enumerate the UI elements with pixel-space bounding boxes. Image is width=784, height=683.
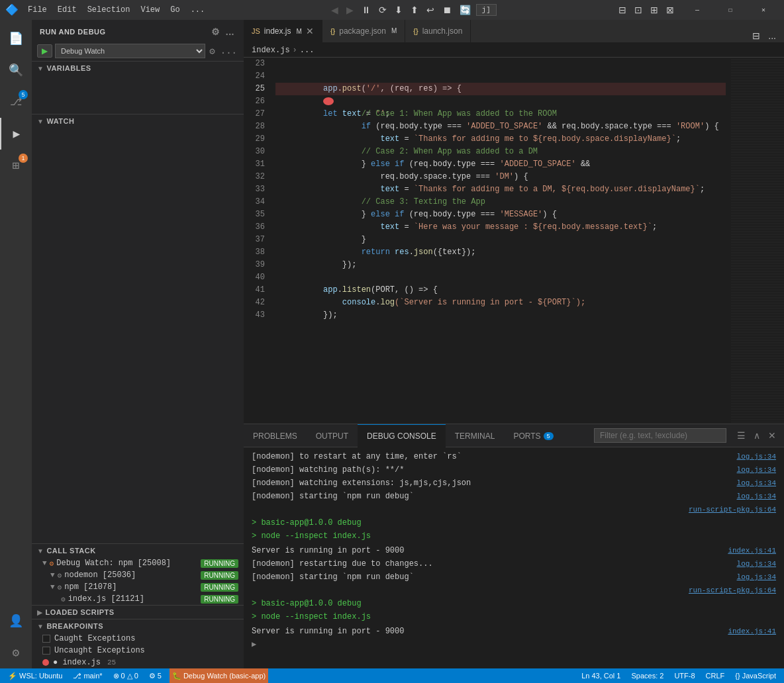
layout-btn1[interactable]: ⊟ [616,3,629,17]
debug-restart-btn[interactable]: ⟳ [376,3,389,17]
layout-btn2[interactable]: ⊡ [632,3,645,17]
menu-go[interactable]: Go [166,4,183,16]
tab-icon-indexjs: JS [252,27,260,35]
tab-launchjson[interactable]: {} launch.json [405,20,471,42]
console-link-3[interactable]: log.js:34 [737,490,776,502]
breadcrumb-file[interactable]: index.js [252,46,290,55]
console-link-1[interactable]: log.js:34 [737,464,776,476]
status-encoding[interactable]: UTF-8 [671,668,697,683]
console-link-9[interactable]: log.js:34 [737,558,776,570]
menu-file[interactable]: File [24,4,51,16]
scroll-lock-btn[interactable]: ∧ [751,429,763,442]
watch-label: WATCH [46,117,74,125]
close-btn[interactable]: ✕ [748,0,779,20]
callstack-item-2[interactable]: ▼ ⚙ npm [21078] RUNNING [32,581,244,593]
debug-step-out-btn[interactable]: ↩ [424,3,437,17]
debug-hotreload-btn[interactable]: 🔄 [457,3,473,17]
console-link-0[interactable]: log.js:34 [737,451,776,463]
code-content: app.post('/', (req, res) => { let text =… [270,58,731,424]
activity-explorer[interactable]: 📄 [0,23,32,54]
sidebar-more-btn[interactable]: ... [224,25,236,38]
layout-btn3[interactable]: ⊞ [648,3,661,17]
debug-pause-btn[interactable]: ⏸ [359,3,373,17]
tab-terminal[interactable]: TERMINAL [446,424,505,447]
wsl-icon: ⚡ [8,672,17,680]
tab-indexjs[interactable]: JS index.js M ✕ [244,20,322,42]
callstack-item-0[interactable]: ▼ ⚙ Debug Watch: npm [25008] RUNNING [32,557,244,569]
loaded-scripts-header[interactable]: ▶ LOADED SCRIPTS [32,606,244,619]
console-link-10[interactable]: log.js:34 [737,571,776,583]
debug-back-btn[interactable]: ◀ [328,3,341,17]
breakpoint-indexjs[interactable]: ● index.js 25 [32,657,244,668]
tab-problems[interactable]: PROBLEMS [244,424,307,447]
more-actions-btn[interactable]: ... [765,29,779,42]
debug-step-over-btn[interactable]: ⬇ [392,3,405,17]
ln-39: 39 [249,259,265,271]
status-debug[interactable]: 🐛 Debug Watch (basic-app) [170,668,268,683]
menu-selection[interactable]: Selection [83,4,134,16]
caught-checkbox[interactable] [42,635,50,643]
activity-scm[interactable]: ⎇ 5 [0,86,32,118]
code-line-37: return res.json({text}); [275,234,726,246]
debug-config-more[interactable]: ... [219,44,238,58]
console-link-15[interactable]: index.js:41 [728,625,776,637]
activity-settings[interactable]: ⚙ [0,637,32,668]
activity-search[interactable]: 🔍 [0,54,32,86]
status-liveshare[interactable]: ⚙ 5 [146,668,164,683]
console-filter-input[interactable] [594,428,726,443]
callstack-header[interactable]: ▼ CALL STACK [32,544,244,557]
tab-close-indexjs[interactable]: ✕ [306,26,314,36]
breakpoint-uncaught[interactable]: Uncaught Exceptions [32,645,244,657]
debug-forward-btn[interactable]: ▶ [344,3,356,17]
layout-btn4[interactable]: ⊠ [663,3,677,17]
sidebar-settings-btn[interactable]: ⚙ [210,25,222,38]
sidebar-header-actions: ⚙ ... [210,25,236,38]
status-language[interactable]: {} JavaScript [732,668,779,683]
console-link-11[interactable]: run-script-pkg.js:64 [689,584,776,596]
status-spaces[interactable]: Spaces: 2 [628,668,666,683]
menu-edit[interactable]: Edit [54,4,81,16]
uncaught-checkbox[interactable] [42,647,50,655]
breakpoints-header[interactable]: ▼ BREAKPOINTS [32,619,244,633]
breakpoints-label: BREAKPOINTS [46,622,103,630]
split-editor-btn[interactable]: ⊟ [750,29,763,42]
tab-packagejson[interactable]: {} package.json M [322,20,405,42]
activity-run[interactable]: ▶ [0,118,32,150]
console-link-2[interactable]: log.js:34 [737,477,776,489]
debug-config-select[interactable]: Debug Watch [55,44,205,58]
console-output[interactable]: [nodemon] to restart at any time, enter … [244,447,784,668]
status-wsl[interactable]: ⚡ WSL: Ubuntu [5,668,65,683]
clear-console-btn[interactable]: ✕ [765,429,779,442]
status-position[interactable]: Ln 43, Col 1 [579,668,623,683]
tab-output[interactable]: OUTPUT [307,424,358,447]
activity-extensions[interactable]: ⊞ 1 [0,150,32,181]
status-eol[interactable]: CRLF [703,668,728,683]
tab-ports[interactable]: PORTS 5 [504,424,562,447]
code-editor[interactable]: 23 24 25 26 27 28 29 30 31 32 33 34 35 3… [244,58,784,424]
console-link-4[interactable]: run-script-pkg.js:64 [689,504,776,516]
minimize-btn[interactable]: — [682,0,712,20]
debug-config-settings[interactable]: ⚙ [208,44,216,58]
breadcrumb-context[interactable]: ... [300,46,315,55]
console-link-8[interactable]: index.js:41 [728,545,776,557]
status-errors[interactable]: ⊗ 0 △ 0 [111,668,141,683]
console-text-8: Server is running in port - 9000 [252,545,717,557]
status-branch[interactable]: ⎇ main* [70,668,105,683]
breakpoint-caught[interactable]: Caught Exceptions [32,633,244,645]
variables-header[interactable]: ▼ VARIABLES [32,62,244,75]
callstack-status-3: RUNNING [201,595,238,604]
debug-start-btn[interactable]: ▶ [37,44,52,58]
callstack-item-3[interactable]: ⚙ index.js [21121] RUNNING [32,593,244,605]
activity-account[interactable]: 👤 [0,605,32,637]
console-text-12: > basic-app@1.0.0 debug [252,598,776,610]
menu-more[interactable]: ... [187,4,209,16]
debug-toolbar: ◀ ▶ ⏸ ⟳ ⬇ ⬆ ↩ ⏹ 🔄 j] [214,3,611,17]
debug-step-into-btn[interactable]: ⬆ [408,3,421,17]
callstack-item-1[interactable]: ▼ ⚙ nodemon [25036] RUNNING [32,569,244,581]
toggle-word-wrap-btn[interactable]: ☰ [734,429,748,442]
debug-stop-btn[interactable]: ⏹ [440,3,454,17]
watch-header[interactable]: ▼ WATCH [32,114,244,128]
tab-debug-console[interactable]: DEBUG CONSOLE [358,424,446,447]
maximize-btn[interactable]: ☐ [715,0,746,20]
menu-view[interactable]: View [136,4,164,16]
